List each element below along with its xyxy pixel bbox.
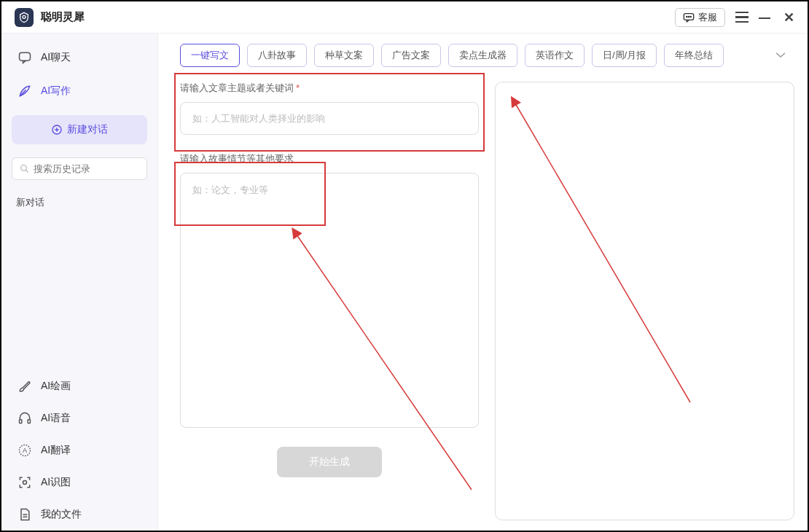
headphones-icon xyxy=(17,411,32,426)
close-button[interactable] xyxy=(781,8,797,27)
category-tabs: 一键写文 八卦故事 种草文案 广告文案 卖点生成器 英语作文 日/周/月报 年终… xyxy=(180,44,794,67)
svg-point-4 xyxy=(690,16,691,17)
menu-icon[interactable] xyxy=(735,12,749,23)
sidebar-item-label: 我的文件 xyxy=(41,508,82,521)
chevron-down-icon xyxy=(774,50,787,59)
titlebar-right: 客服 xyxy=(675,8,797,27)
tab-yearend[interactable]: 年终总结 xyxy=(664,44,724,67)
tab-selling[interactable]: 卖点生成器 xyxy=(448,44,517,67)
scan-icon xyxy=(17,475,32,490)
details-textarea[interactable] xyxy=(180,173,479,428)
search-input[interactable] xyxy=(34,163,139,174)
support-label: 客服 xyxy=(698,11,717,24)
logo-icon xyxy=(18,12,30,23)
svg-point-3 xyxy=(688,16,689,17)
history-search[interactable] xyxy=(12,157,147,180)
expand-tabs[interactable] xyxy=(767,46,794,65)
svg-point-7 xyxy=(21,165,27,171)
sidebar-item-label: AI绘画 xyxy=(41,380,71,393)
feather-icon xyxy=(17,84,32,98)
sidebar-item-vision[interactable]: AI识图 xyxy=(1,466,157,498)
output-panel xyxy=(495,82,794,520)
sidebar-item-label: AI写作 xyxy=(41,85,71,98)
app-logo xyxy=(15,8,34,27)
svg-point-0 xyxy=(23,15,26,18)
tab-grass[interactable]: 种草文案 xyxy=(314,44,374,67)
sidebar-item-translate[interactable]: A AI翻译 xyxy=(1,434,157,466)
input-column: 请输入文章主题或者关键词* 请输入故事情节等其他要求 开始生成 xyxy=(180,82,479,520)
chat-icon xyxy=(17,50,32,65)
minimize-button[interactable] xyxy=(759,17,770,22)
tab-gossip[interactable]: 八卦故事 xyxy=(247,44,307,67)
sidebar: AI聊天 AI写作 新建对话 新对话 AI绘画 xyxy=(1,34,158,531)
details-label: 请输入故事情节等其他要求 xyxy=(180,152,479,165)
sidebar-item-label: AI聊天 xyxy=(41,51,71,64)
chat-bubble-icon xyxy=(683,12,695,23)
file-icon xyxy=(17,507,32,522)
tab-one-click[interactable]: 一键写文 xyxy=(180,44,240,67)
svg-text:A: A xyxy=(23,447,28,454)
titlebar: 聪明灵犀 客服 xyxy=(1,1,808,34)
main-panel: 一键写文 八卦故事 种草文案 广告文案 卖点生成器 英语作文 日/周/月报 年终… xyxy=(158,34,808,531)
sidebar-item-label: AI翻译 xyxy=(41,444,71,457)
topic-input[interactable] xyxy=(180,102,479,135)
topic-label: 请输入文章主题或者关键词* xyxy=(180,82,479,95)
sidebar-item-files[interactable]: 我的文件 xyxy=(1,498,157,531)
svg-rect-5 xyxy=(20,52,31,60)
new-chat-label: 新建对话 xyxy=(67,123,108,136)
svg-point-12 xyxy=(23,481,27,485)
new-chat-button[interactable]: 新建对话 xyxy=(12,115,147,144)
app-title: 聪明灵犀 xyxy=(41,10,85,24)
sidebar-item-chat[interactable]: AI聊天 xyxy=(1,41,157,74)
history-section-label: 新对话 xyxy=(1,186,157,214)
support-button[interactable]: 客服 xyxy=(675,8,725,27)
sidebar-item-write[interactable]: AI写作 xyxy=(1,74,157,108)
generate-button[interactable]: 开始生成 xyxy=(277,447,382,477)
svg-point-2 xyxy=(687,16,687,17)
required-mark: * xyxy=(296,82,300,93)
brush-icon xyxy=(17,379,32,394)
search-icon xyxy=(20,163,29,174)
sidebar-item-label: AI识图 xyxy=(41,476,71,489)
tab-ad[interactable]: 广告文案 xyxy=(381,44,441,67)
plus-circle-icon xyxy=(51,124,63,136)
translate-icon: A xyxy=(17,443,32,458)
svg-rect-8 xyxy=(20,420,22,423)
svg-rect-9 xyxy=(28,420,30,423)
tab-english[interactable]: 英语作文 xyxy=(525,44,585,67)
tab-report[interactable]: 日/周/月报 xyxy=(592,44,657,67)
sidebar-item-label: AI语音 xyxy=(41,412,71,425)
sidebar-item-draw[interactable]: AI绘画 xyxy=(1,370,157,402)
titlebar-left: 聪明灵犀 xyxy=(15,8,85,27)
sidebar-item-voice[interactable]: AI语音 xyxy=(1,402,157,434)
